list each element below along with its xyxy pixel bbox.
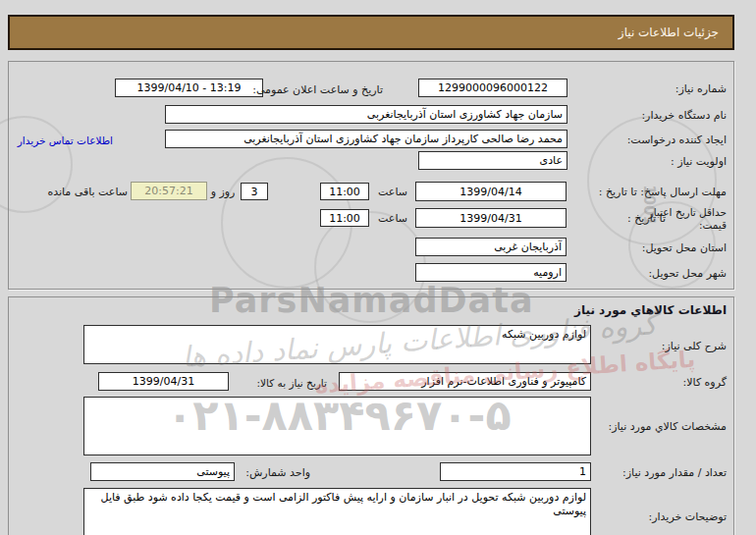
reply-deadline-time-field[interactable]: 11:00 [320, 183, 369, 200]
buyer-notes-value: لوازم دوربین شبکه تحویل در انبار سازمان … [88, 491, 586, 518]
buyer-org-value: سازمان جهاد کشاورزی استان آذربایجانغربی [367, 108, 563, 121]
quantity-field[interactable]: 1 [440, 462, 591, 481]
reply-deadline-label: مهلت ارسال پاسخ: تا تاریخ : [599, 186, 727, 198]
goods-group-value: کامپیوتر و فناوری اطلاعات-نرم افزار [421, 375, 586, 388]
request-creator-label: ایجاد کننده درخواست: [627, 134, 727, 146]
buyer-notes-label: توضیحات خریدار: [649, 510, 728, 523]
goods-specs-field[interactable] [83, 397, 591, 455]
request-creator-field[interactable]: محمد رضا صالحی کارپرداز سازمان جهاد کشاو… [165, 130, 567, 148]
priority-value: عادی [540, 154, 563, 167]
need-number-label: شماره نیاز: [675, 82, 727, 95]
goods-group-field[interactable]: کامپیوتر و فناوری اطلاعات-نرم افزار [339, 372, 591, 391]
reply-deadline-date: 1399/04/14 [459, 186, 521, 198]
deadline-hour-label: ساعت [376, 186, 409, 198]
price-validity-date-field[interactable]: 1399/04/31 [415, 208, 567, 228]
price-validity-time-field[interactable]: 11:00 [320, 209, 369, 227]
unit-field[interactable]: پیوستی [90, 462, 235, 481]
countdown-value: 20:57:21 [144, 185, 192, 197]
request-creator-value: محمد رضا صالحی کارپرداز سازمان جهاد کشاو… [243, 133, 563, 145]
validity-hour-label: ساعت [376, 212, 409, 225]
need-date-field[interactable]: 1399/04/31 [98, 372, 229, 391]
buyer-org-field[interactable]: سازمان جهاد کشاورزی استان آذربایجانغربی [165, 105, 567, 124]
delivery-province-value: آذربایجان غربی [494, 241, 562, 253]
goods-section-title: اطلاعات کالاهاي مورد نیاز [574, 303, 727, 317]
quantity-label: تعداد / مقدار مورد نیاز: [622, 466, 727, 479]
goods-specs-label: مشخصات کالاي مورد نیاز: [608, 420, 727, 433]
announce-datetime-value: 1399/04/10 - 13:19 [136, 81, 241, 94]
unit-value: پیوستی [196, 465, 230, 478]
hours-remaining-label: ساعت باقی مانده [8, 186, 128, 198]
priority-label: اولویت نیاز : [671, 155, 727, 168]
price-validity-time: 11:00 [329, 212, 360, 225]
quantity-value: 1 [579, 465, 586, 478]
buyer-contact-link[interactable]: اطلاعات تماس خریدار [20, 134, 113, 146]
days-and-label: روز و [207, 186, 239, 198]
announce-datetime-field[interactable]: 1399/04/10 - 13:19 [115, 79, 263, 97]
days-remaining-field: 3 [241, 183, 268, 200]
announce-datetime-label: تاریخ و ساعت اعلان عمومی: [253, 83, 383, 96]
delivery-city-field[interactable]: ارومیه [415, 263, 567, 282]
countdown-timer: 20:57:21 [131, 182, 207, 200]
need-date-value: 1399/04/31 [133, 375, 194, 388]
general-description-label: شرح کلی نیاز: [662, 340, 727, 352]
buyer-notes-field[interactable]: لوازم دوربین شبکه تحویل در انبار سازمان … [83, 488, 591, 535]
delivery-city-value: ارومیه [533, 266, 562, 279]
unit-label: واحد شمارش: [245, 466, 310, 479]
validity-to-date-label: تا تاریخ : [627, 212, 666, 225]
priority-field[interactable]: عادی [418, 151, 567, 170]
price-validity-date: 1399/04/31 [459, 212, 521, 225]
need-number-value: 1299000096000122 [438, 81, 548, 94]
page-title-bar: جزئیات اطلاعات نیاز [8, 15, 734, 50]
need-details-page: جزئیات اطلاعات نیاز 1001 شماره نیاز: 129… [0, 0, 756, 535]
days-remaining-value: 3 [251, 186, 258, 198]
general-description-field[interactable]: لوازم دوربین شبکه [83, 325, 591, 364]
buyer-org-label: نام دستگاه خریدار: [641, 109, 727, 122]
delivery-province-field[interactable]: آذربایجان غربی [415, 238, 567, 256]
reply-deadline-time: 11:00 [329, 186, 360, 198]
price-validity-label-line2: قیمت: [699, 219, 727, 231]
reply-deadline-date-field[interactable]: 1399/04/14 [415, 182, 567, 201]
need-number-field[interactable]: 1299000096000122 [418, 79, 567, 97]
delivery-province-label: استان محل تحویل: [642, 241, 727, 254]
delivery-city-label: شهر محل تحویل: [648, 267, 727, 280]
page-title: جزئیات اطلاعات نیاز [619, 26, 719, 39]
need-date-label: تاریخ نیاز به کالا: [256, 377, 327, 389]
general-description-value: لوازم دوربین شبکه [502, 328, 586, 341]
goods-group-label: گروه کالا: [683, 376, 727, 389]
